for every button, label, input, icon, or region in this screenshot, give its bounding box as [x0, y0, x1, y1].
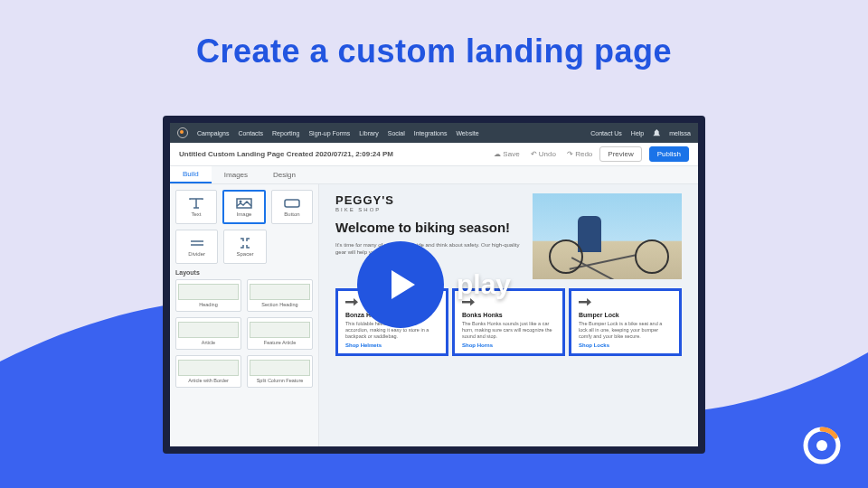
- block-divider[interactable]: Divider: [175, 230, 218, 264]
- play-button[interactable]: [357, 241, 444, 328]
- cart-icon: [345, 298, 358, 309]
- nav-reporting[interactable]: Reporting: [272, 130, 299, 136]
- nav-signup-forms[interactable]: Sign-up Forms: [308, 130, 350, 136]
- notifications-icon[interactable]: [653, 129, 660, 136]
- nav-website[interactable]: Website: [456, 130, 478, 136]
- layout-section-heading[interactable]: Section Heading: [247, 279, 313, 312]
- spacer-icon: [237, 237, 253, 249]
- svg-point-4: [816, 440, 827, 451]
- save-action[interactable]: ☁ Save: [494, 150, 519, 158]
- layout-article-border[interactable]: Article with Border: [175, 355, 241, 388]
- card-cta[interactable]: Shop Horns: [462, 343, 555, 348]
- hero-image: [533, 193, 682, 279]
- document-bar: Untitled Custom Landing Page Created 202…: [170, 143, 698, 166]
- page-brand: PEGGY'S: [335, 193, 522, 207]
- block-spacer[interactable]: Spacer: [223, 230, 266, 264]
- layout-heading[interactable]: Heading: [175, 279, 241, 312]
- app-logo-icon: [177, 127, 188, 138]
- nav-contacts[interactable]: Contacts: [238, 130, 263, 136]
- nav-campaigns[interactable]: Campaigns: [197, 130, 229, 136]
- image-icon: [236, 197, 252, 210]
- help-link[interactable]: Help: [631, 130, 644, 136]
- video-thumbnail[interactable]: Campaigns Contacts Reporting Sign-up For…: [163, 116, 705, 454]
- button-icon: [284, 197, 300, 210]
- block-image[interactable]: Image: [222, 190, 266, 224]
- publish-button[interactable]: Publish: [649, 146, 689, 162]
- card-cta[interactable]: Shop Helmets: [345, 343, 439, 348]
- layouts-header: Layouts: [175, 269, 313, 276]
- nav-social[interactable]: Social: [388, 130, 405, 136]
- svg-point-1: [240, 201, 242, 203]
- tab-build[interactable]: Build: [170, 166, 212, 183]
- tab-images[interactable]: Images: [212, 166, 260, 183]
- text-icon: [188, 197, 204, 210]
- svg-rect-2: [285, 200, 299, 207]
- undo-action[interactable]: ↶ Undo: [531, 150, 556, 158]
- page-headline: Welcome to biking season!: [335, 220, 522, 236]
- card-lock[interactable]: Bumper Lock The Bumper Lock is a bike se…: [569, 288, 682, 356]
- cart-icon: [579, 298, 591, 309]
- document-title: Untitled Custom Landing Page Created 202…: [179, 150, 393, 158]
- layout-split-column[interactable]: Split Column Feature: [247, 355, 313, 388]
- card-cta[interactable]: Shop Locks: [579, 343, 672, 348]
- preview-button[interactable]: Preview: [599, 146, 641, 162]
- nav-integrations[interactable]: Integrations: [414, 130, 448, 136]
- layout-feature-article[interactable]: Feature Article: [247, 317, 313, 350]
- cart-icon: [462, 298, 475, 309]
- redo-action[interactable]: ↷ Redo: [567, 150, 592, 158]
- app-topbar: Campaigns Contacts Reporting Sign-up For…: [170, 123, 698, 143]
- divider-icon: [189, 237, 205, 249]
- contact-us-link[interactable]: Contact Us: [590, 130, 622, 136]
- card-horns[interactable]: Bonks Honks The Bonks Honks sounds just …: [452, 288, 565, 356]
- play-icon: [392, 270, 415, 299]
- sidebar-panel: Text Image Button Divider: [170, 184, 319, 446]
- hero-title: Create a custom landing page: [0, 33, 868, 70]
- brand-logo-icon: [801, 425, 843, 466]
- layout-article[interactable]: Article: [175, 317, 241, 350]
- nav-library[interactable]: Library: [359, 130, 378, 136]
- tab-design[interactable]: Design: [260, 166, 308, 183]
- block-text[interactable]: Text: [175, 190, 217, 224]
- editor-tabs: Build Images Design: [170, 166, 698, 184]
- page-brand-sub: BIKE SHOP: [335, 207, 522, 212]
- user-menu[interactable]: melissa: [669, 130, 691, 136]
- block-button[interactable]: Button: [271, 190, 313, 224]
